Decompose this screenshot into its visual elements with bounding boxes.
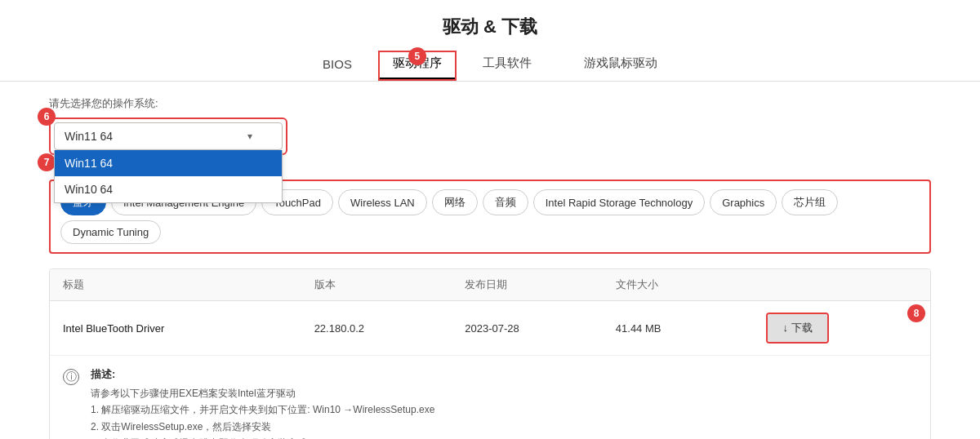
table-header: 标题 版本 发布日期 文件大小 [50, 269, 930, 301]
os-option-win11[interactable]: Win11 64 [55, 150, 282, 176]
desc-line-1: 1. 解压缩驱动压缩文件，并开启文件夹到如下位置: Win10 →Wireles… [91, 404, 434, 415]
tab-drivers[interactable]: 5 驱动程序 [378, 51, 457, 81]
filter-badge: 7 [38, 153, 56, 171]
main-content: 请先选择您的操作系统: 6 Win11 64 ▾ Win11 64 Win10 … [0, 82, 980, 439]
download-btn-highlight: ↓ 下载 [766, 313, 828, 344]
tab-drivers-badge: 5 [408, 47, 426, 65]
description-text: 请参考以下步骤使用EXE档案安装Intel蓝牙驱动 1. 解压缩驱动压缩文件，并… [91, 385, 434, 439]
col-date: 发布日期 [465, 277, 616, 292]
col-action [766, 277, 917, 292]
download-wrapper: 8 ↓ 下载 [766, 313, 917, 344]
dropdown-arrow-icon: ▾ [247, 131, 252, 142]
tab-tools[interactable]: 工具软件 [457, 47, 558, 81]
driver-date: 2023-07-28 [465, 322, 616, 335]
os-select-highlight: Win11 64 ▾ Win11 64 Win10 64 [49, 118, 287, 155]
driver-name: Intel BlueTooth Driver [63, 322, 314, 335]
filter-dynamic[interactable]: Dynamic Tuning [60, 220, 161, 244]
os-select-box[interactable]: Win11 64 ▾ [54, 122, 283, 150]
filter-rst[interactable]: Intel Rapid Storage Technology [533, 189, 705, 215]
download-button[interactable]: ↓ 下载 [768, 314, 826, 342]
filter-network[interactable]: 网络 [432, 189, 478, 215]
os-selector-label: 请先选择您的操作系统: [49, 96, 931, 111]
description-section: ⓘ 描述: 请参考以下步骤使用EXE档案安装Intel蓝牙驱动 1. 解压缩驱动… [50, 356, 930, 439]
description-content: 描述: 请参考以下步骤使用EXE档案安装Intel蓝牙驱动 1. 解压缩驱动压缩… [91, 367, 434, 439]
os-dropdown-menu: Win11 64 Win10 64 [54, 150, 283, 203]
os-select-wrapper: Win11 64 ▾ Win11 64 Win10 64 [54, 122, 283, 150]
os-selected-value: Win11 64 [65, 130, 113, 143]
description-title: 描述: [91, 367, 434, 382]
driver-size: 41.44 MB [616, 322, 767, 335]
filter-audio[interactable]: 音频 [483, 189, 528, 215]
tab-navigation: BIOS 5 驱动程序 工具软件 游戏鼠标驱动 [0, 47, 980, 82]
table-row: Intel BlueTooth Driver 22.180.0.2 2023-0… [50, 301, 930, 356]
download-badge: 8 [907, 304, 925, 322]
filter-chipset[interactable]: 芯片组 [782, 189, 838, 215]
col-version: 版本 [314, 277, 466, 292]
page-title: 驱动 & 下载 [0, 0, 980, 47]
os-option-win10[interactable]: Win10 64 [55, 176, 282, 202]
col-title: 标题 [63, 277, 314, 292]
driver-table: 标题 版本 发布日期 文件大小 Intel BlueTooth Driver 2… [49, 268, 931, 439]
os-badge: 6 [38, 108, 56, 126]
driver-version: 22.180.0.2 [314, 322, 466, 335]
filter-graphics[interactable]: Graphics [710, 189, 777, 215]
filter-wlan[interactable]: Wireless LAN [338, 189, 427, 215]
tab-bios[interactable]: BIOS [296, 49, 378, 81]
os-area: 6 Win11 64 ▾ Win11 64 Win10 64 [49, 118, 287, 155]
tab-gaming[interactable]: 游戏鼠标驱动 [558, 47, 684, 81]
desc-line-0: 请参考以下步骤使用EXE档案安装Intel蓝牙驱动 [91, 388, 296, 399]
col-size: 文件大小 [616, 277, 767, 292]
info-icon: ⓘ [63, 369, 79, 385]
desc-line-2: 2. 双击WirelessSetup.exe，然后选择安装 [91, 421, 271, 432]
